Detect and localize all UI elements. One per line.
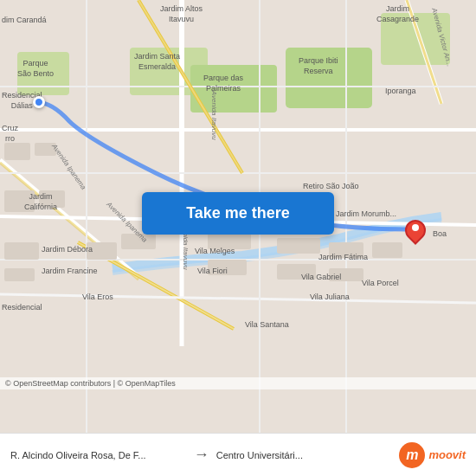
map-area: Jardim AltosItavuvu JardimCasagrande dim… (0, 0, 476, 433)
svg-rect-37 (329, 268, 363, 281)
svg-rect-30 (4, 268, 35, 281)
to-text: Centro Universitári... (216, 450, 393, 460)
svg-rect-38 (87, 242, 117, 260)
moovit-circle: m (399, 442, 425, 468)
svg-rect-29 (4, 242, 39, 260)
svg-rect-28 (39, 190, 65, 208)
to-section: Centro Universitári... (216, 450, 393, 460)
bottom-bar: R. Alcindo Oliveira Rosa, De F... → Cent… (0, 433, 476, 476)
svg-rect-1 (17, 52, 69, 95)
from-section: R. Alcindo Oliveira Rosa, De F... (10, 450, 187, 460)
copyright-text: © OpenStreetMap contributors | © OpenMap… (5, 379, 176, 388)
svg-rect-39 (121, 234, 156, 249)
destination-marker (407, 220, 424, 242)
svg-rect-31 (208, 234, 251, 249)
app-container: Jardim AltosItavuvu JardimCasagrande dim… (0, 0, 476, 476)
copyright-bar: © OpenStreetMap contributors | © OpenMap… (0, 377, 476, 389)
svg-rect-4 (286, 48, 372, 108)
svg-rect-27 (4, 190, 35, 212)
svg-rect-32 (208, 260, 247, 275)
take-me-there-button[interactable]: Take me there (142, 192, 334, 235)
svg-rect-33 (277, 238, 320, 254)
moovit-text: moovit (428, 448, 466, 461)
from-text: R. Alcindo Oliveira Rosa, De F... (10, 450, 187, 460)
arrow-right-icon: → (187, 446, 216, 464)
moovit-m-letter: m (406, 448, 418, 462)
origin-marker (33, 96, 45, 108)
svg-rect-35 (329, 242, 363, 258)
svg-rect-36 (372, 242, 402, 258)
svg-rect-34 (277, 264, 316, 280)
svg-rect-25 (4, 143, 30, 160)
moovit-logo: m moovit (399, 442, 466, 468)
svg-rect-26 (35, 143, 56, 156)
